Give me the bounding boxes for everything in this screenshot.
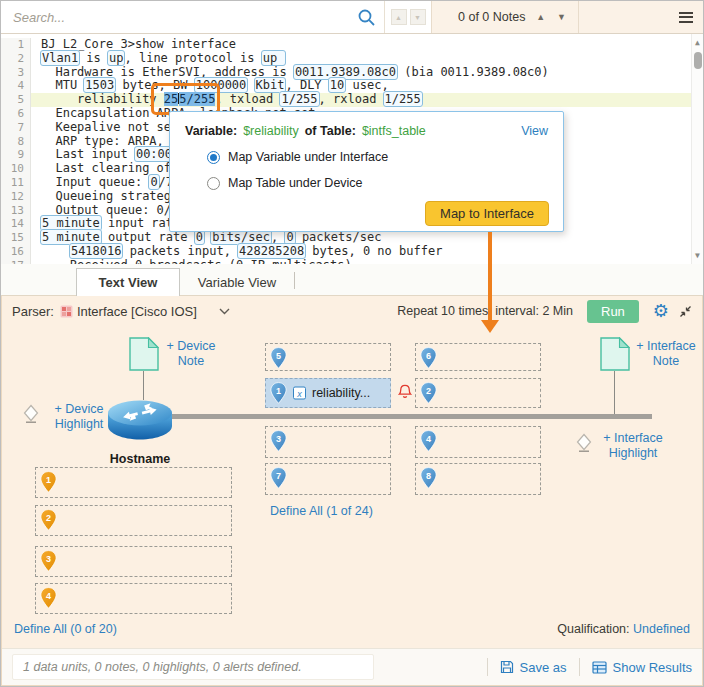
add-device-highlight-link[interactable]: + Device Highlight — [44, 402, 114, 432]
hostname-label[interactable]: Hostname — [90, 452, 190, 466]
variable-token[interactable]: 10 — [328, 77, 346, 93]
repeat-settings[interactable]: Repeat 10 times, interval: 2 Min — [397, 304, 573, 318]
search-input[interactable] — [13, 10, 357, 25]
note-next-button[interactable]: ▼ — [557, 12, 566, 22]
code-line[interactable]: 1BJ_L2_Core_3>show interface — [1, 38, 691, 52]
map-to-interface-button[interactable]: Map to Interface — [425, 201, 549, 226]
collapse-panel-icon[interactable] — [679, 305, 692, 318]
line-number: 14 — [1, 217, 31, 231]
chevron-down-icon[interactable] — [219, 308, 230, 315]
device-variable-slot-1[interactable]: 1 — [35, 467, 232, 498]
mapping-arrow-head — [481, 320, 499, 333]
interface-variable-slot-5[interactable]: 5 — [265, 343, 391, 371]
device-variable-slot-2[interactable]: 2 — [35, 505, 232, 536]
define-all-device-link[interactable]: Define All (0 of 20) — [14, 622, 117, 636]
pin-marker-6: 6 — [420, 347, 437, 369]
radio-label-map-variable[interactable]: Map Variable under Interface — [228, 150, 388, 164]
definition-summary: 1 data units, 0 notes, 0 highlights, 0 a… — [12, 654, 374, 680]
device-variable-slot-4[interactable]: 4 — [35, 583, 232, 614]
notes-section: 0 of 0 Notes ▲ ▼ — [431, 1, 578, 33]
device-highlight-icon[interactable] — [22, 404, 40, 427]
top-search-bar: ▲ ▼ 0 of 0 Notes ▲ ▼ — [1, 1, 703, 34]
variable-token[interactable]: 1/255 — [383, 91, 423, 107]
interface-note-icon[interactable] — [600, 337, 630, 375]
interface-trunk-line — [160, 414, 652, 419]
define-all-interface-link[interactable]: Define All (1 of 24) — [270, 504, 373, 518]
svg-text:3: 3 — [46, 554, 51, 564]
pin-marker-3: 3 — [40, 550, 57, 572]
svg-text:7: 7 — [276, 471, 281, 481]
hamburger-menu-icon[interactable] — [679, 9, 693, 25]
pin-marker-3: 3 — [270, 430, 287, 452]
statusbar-divider — [579, 658, 580, 676]
notes-counter: 0 of 0 Notes — [458, 10, 525, 24]
add-device-note-link[interactable]: + Device Note — [160, 339, 222, 369]
data-unit-reliability[interactable]: 1xreliability... — [265, 378, 391, 408]
interface-variable-slot-7[interactable]: 7 — [265, 463, 391, 495]
interface-highlight-icon[interactable] — [575, 433, 593, 456]
scrollbar-up-icon[interactable]: ▲ — [692, 38, 703, 47]
pin-marker-4: 4 — [40, 587, 57, 609]
show-results-button[interactable]: Show Results — [592, 660, 692, 675]
mapping-panel: Parser: Interface [Cisco IOS] Repeat 10 … — [1, 296, 703, 686]
line-number: 3 — [1, 66, 31, 80]
statusbar-divider — [487, 658, 488, 676]
alert-bell-icon[interactable] — [398, 384, 412, 404]
save-as-button[interactable]: Save as — [500, 660, 567, 675]
device-note-icon[interactable] — [129, 337, 159, 375]
qualification-row: Qualification: Undefined — [557, 622, 690, 636]
add-interface-highlight-link[interactable]: + Interface Highlight — [594, 431, 672, 461]
selected-text[interactable]: 25 — [164, 92, 178, 106]
variable-token[interactable]: up — [261, 50, 287, 66]
search-next-button[interactable]: ▼ — [410, 9, 426, 25]
selected-text[interactable]: 5/255 — [179, 92, 215, 106]
variable-token[interactable]: 1000000 — [194, 77, 249, 93]
interface-variable-slot-3[interactable]: 3 — [265, 426, 391, 458]
interface-note-connector — [614, 371, 615, 414]
code-line[interactable]: 5 reliability 255/255, txload 1/255, rxl… — [1, 93, 691, 107]
interface-variable-slot-6[interactable]: 6 — [415, 343, 541, 371]
scrollbar-down-icon[interactable]: ▼ — [692, 251, 703, 260]
view-link[interactable]: View — [521, 124, 548, 138]
tab-text-view[interactable]: Text View — [76, 268, 180, 296]
variable-token[interactable]: Vlan1 — [40, 50, 80, 66]
variable-token[interactable]: up — [107, 50, 125, 66]
svg-text:5: 5 — [276, 351, 281, 361]
variable-token[interactable]: 1503 — [83, 77, 116, 93]
code-line[interactable]: 16 5418016 packets input, 428285208 byte… — [1, 245, 691, 259]
status-bar: 1 data units, 0 notes, 0 highlights, 0 a… — [2, 648, 702, 685]
variable-token[interactable]: 428285208 — [237, 243, 306, 259]
add-interface-note-link[interactable]: + Interface Note — [630, 339, 702, 369]
gear-icon[interactable]: ⚙ — [653, 302, 669, 320]
search-nav-section: ▲ ▼ — [384, 1, 431, 33]
svg-text:2: 2 — [46, 513, 51, 523]
note-prev-button[interactable]: ▲ — [536, 12, 545, 22]
interface-variable-slot-4[interactable]: 4 — [415, 426, 541, 458]
qualification-label: Qualification: — [557, 622, 629, 636]
parser-icon — [60, 305, 73, 318]
search-icon[interactable] — [357, 8, 376, 27]
interface-variable-slot-8[interactable]: 8 — [415, 463, 541, 495]
variable-token[interactable]: 5418016 — [69, 243, 124, 259]
radio-map-variable-under-interface[interactable] — [207, 151, 220, 164]
tab-divider — [294, 272, 295, 289]
line-number: 1 — [1, 38, 31, 52]
search-prev-button[interactable]: ▲ — [391, 9, 407, 25]
run-button[interactable]: Run — [587, 300, 639, 323]
scrollbar-thumb[interactable] — [694, 52, 702, 69]
editor-scrollbar[interactable]: ▲ ▼ — [691, 34, 703, 264]
radio-label-map-table[interactable]: Map Table under Device — [228, 176, 363, 190]
line-number: 9 — [1, 148, 31, 162]
device-variable-slot-3[interactable]: 3 — [35, 546, 232, 577]
line-number: 5 — [1, 93, 31, 107]
tab-variable-view[interactable]: Variable View — [186, 268, 288, 296]
variable-token[interactable]: 1/255 — [279, 91, 319, 107]
qualification-value-link[interactable]: Undefined — [633, 622, 690, 636]
pin-marker-2: 2 — [420, 382, 437, 404]
svg-text:4: 4 — [46, 591, 51, 601]
interface-variable-slot-2[interactable]: 2 — [415, 378, 541, 408]
data-unit-label: reliability... — [312, 386, 370, 400]
radio-map-table-under-device[interactable] — [207, 177, 220, 190]
parser-selector[interactable]: Interface [Cisco IOS] — [77, 304, 197, 319]
router-icon[interactable] — [106, 394, 174, 450]
